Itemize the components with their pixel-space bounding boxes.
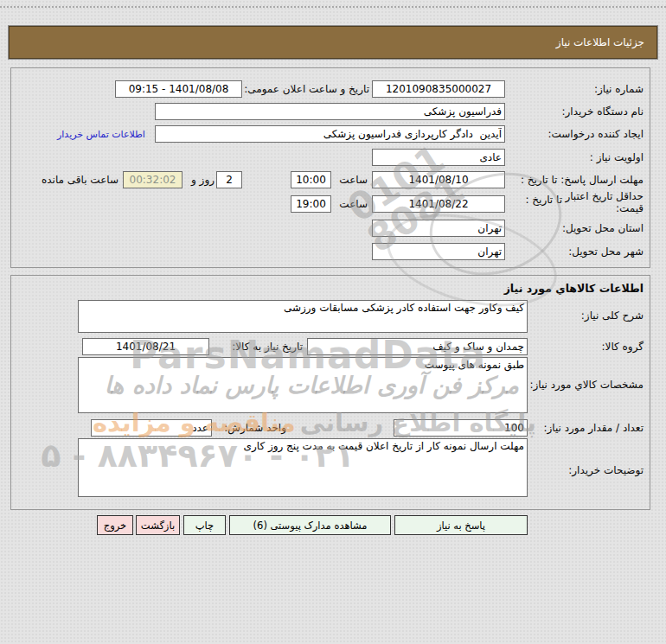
goods-group-input[interactable] [307, 338, 528, 355]
need-info-groupbox [10, 67, 650, 268]
days-and-label: روز و [191, 174, 215, 186]
need-description-textarea[interactable]: کیف وکاور جهت استفاده کادر پزشکی مسابقات… [78, 300, 528, 333]
announce-datetime-label: تاریخ و ساعت اعلان عمومی: [244, 83, 369, 95]
countdown-timer: 00:32:02 [123, 171, 183, 188]
need-number-input[interactable] [372, 80, 505, 98]
page: جزئیات اطلاعات نیاز شماره نیاز: تاریخ و … [0, 0, 666, 644]
creator-label: ایجاد کننده درخواست: [548, 128, 644, 140]
reply-to-need-button[interactable]: پاسخ به نیاز [394, 515, 528, 535]
province-input[interactable] [372, 220, 505, 237]
hours-remaining-label: ساعت باقی مانده [42, 174, 118, 186]
top-dotted-divider [0, 6, 666, 8]
quantity-input[interactable] [394, 419, 528, 437]
province-label: استان محل تحویل: [562, 222, 644, 234]
min-validity-label-line1: حداقل تاریخ اعتبار [565, 190, 644, 202]
exit-button[interactable]: خروج [97, 515, 133, 535]
goods-spec-textarea[interactable]: طبق نمونه های پیوست [78, 357, 528, 413]
days-remaining-input[interactable] [216, 171, 242, 188]
goods-section-header: اطلاعات کالاهاي مورد نیاز [504, 282, 644, 295]
need-description-label: شرح کلی نیاز: [581, 309, 644, 322]
page-title: جزئیات اطلاعات نیاز [556, 36, 644, 48]
city-label: شهر محل تحویل: [568, 245, 644, 258]
page-title-bar: جزئیات اطلاعات نیاز [9, 26, 657, 59]
buyer-notes-textarea[interactable]: مهلت ارسال نمونه کار از تاریخ اعلان قیمت… [78, 438, 528, 497]
buyer-notes-label: توضیحات خریدار: [568, 464, 644, 476]
buyer-contact-link[interactable]: اطلاعات تماس خریدار [57, 129, 145, 140]
reply-deadline-time-input[interactable] [291, 171, 331, 188]
validity-hour-label: ساعت [339, 198, 368, 210]
buyer-org-label: نام دستگاه خریدار: [562, 105, 644, 118]
reply-deadline-date-input[interactable] [372, 171, 505, 188]
validity-time-input[interactable] [291, 195, 331, 213]
goods-need-date-input[interactable] [82, 338, 209, 355]
count-unit-label: واحد شمارش: [224, 422, 286, 434]
goods-spec-label: مشخصات کالاي مورد نیاز: [529, 379, 644, 391]
reply-deadline-label: مهلت ارسال پاسخ: تا تاریخ : [521, 174, 644, 186]
until-date-label: تا تاریخ : [525, 194, 562, 206]
quantity-label: تعداد / مقدار مورد نیاز: [543, 422, 644, 434]
reply-hour-label: ساعت [339, 174, 368, 186]
count-unit-input[interactable] [91, 419, 212, 437]
creator-input[interactable] [155, 125, 505, 143]
goods-need-date-label: تاریخ نیاز به کالا: [232, 341, 303, 353]
announce-datetime-input[interactable] [115, 80, 242, 98]
priority-label: اولویت نیاز : [590, 151, 644, 163]
need-number-label: شماره نیاز: [594, 83, 644, 95]
goods-group-label: گروه کالا: [602, 341, 644, 353]
validity-date-input[interactable] [372, 195, 505, 213]
print-button[interactable]: چاپ [183, 515, 226, 535]
buyer-org-input[interactable] [155, 103, 505, 120]
city-input[interactable] [372, 243, 505, 260]
back-button[interactable]: بازگشت [136, 515, 180, 535]
priority-input[interactable] [372, 149, 505, 166]
view-attachments-button[interactable]: مشاهده مدارک پیوستی (6) [229, 515, 391, 535]
min-validity-label-line2: قیمت: [616, 202, 644, 214]
